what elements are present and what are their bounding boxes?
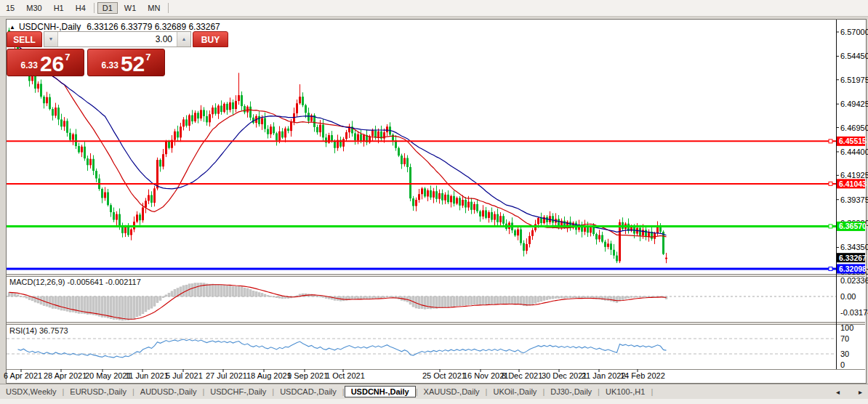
timeframe-mn[interactable]: MN [142,2,165,14]
x-axis-date-label: 28 Apr 2021 [44,371,87,380]
hline-handle[interactable] [829,225,832,228]
x-axis-date-label: 27 Jul 2021 [206,371,247,380]
x-axis-date-label: 25 Oct 2021 [422,371,466,380]
tab-scroll-arrows: ◂▸ [836,388,862,396]
timeframe-w1[interactable]: W1 [119,2,142,14]
tab-uk100[interactable]: UK100-,H1 [600,386,651,397]
chart-ohlc-values: 6.33126 6.33779 6.32689 6.33267 [87,22,220,32]
trading-app-window: 6.570006.544506.519756.494256.469506.444… [0,0,868,404]
toolbar-separator [94,3,95,13]
volume-input[interactable] [58,32,177,47]
price-badge-label: 6.36570 [839,222,867,230]
y-axis-tick-label: 6.57000 [840,28,868,36]
buy-price-box[interactable]: 6.33 52 7 [87,49,165,76]
chart-tab-bar: USDX,Weekly|EURUSD-,Daily|AUDUSD-,Daily|… [0,384,868,399]
x-axis-date-label: 9 Sep 2021 [287,371,328,380]
y-axis-tick-label: 6.54450 [840,52,868,60]
y-axis-tick-label: 6.34350 [840,243,868,251]
x-axis-date-label: 5 Jul 2021 [166,371,203,380]
chart-title: ▲USDCNH-,Daily6.33126 6.33779 6.32689 6.… [9,22,220,32]
x-axis-date-label: 11 Jun 2021 [125,371,169,380]
y-axis-tick-label: 6.49425 [840,100,868,108]
buy-price-sup: 7 [145,52,150,62]
tab-usdcad[interactable]: USDCAD-,Daily [274,386,342,397]
volume-decrease-icon[interactable]: ▼ [44,32,58,47]
x-axis-date-label: 6 Apr 2021 [4,371,42,380]
price-badge-label: 6.33267 [839,254,867,262]
sell-price-big: 26 [40,54,64,73]
macd-axis-label: 0.023365 [840,276,868,285]
toolbar-separator [168,3,169,13]
x-axis-date-label: 18 Aug 2021 [246,371,292,380]
rsi-axis-label: 70 [840,334,849,343]
x-axis-date-label: 8 Dec 2021 [502,371,542,380]
sell-price-small: 6.33 [21,60,38,70]
tab-xauusd[interactable]: XAUUSD-,Daily [418,386,486,397]
tab-scroll-right-icon[interactable]: ▸ [859,388,862,396]
buy-price-big: 52 [121,54,145,73]
timeframe-toolbar: 15M30H1H4D1W1MN [0,0,868,17]
x-axis-date-label: 1 Oct 2021 [326,371,365,380]
one-click-trade-panel: SELL ▼ ▲ BUY 6.33 26 7 6.33 52 7 [7,31,165,76]
y-axis-tick-label: 6.39375 [840,195,868,204]
sell-button[interactable]: SELL [7,31,42,47]
x-axis-date-label: 14 Feb 2022 [620,371,665,380]
y-axis-tick-label: 6.46950 [840,124,868,132]
chart-symbol-period: USDCNH-,Daily [19,22,81,32]
timeframe-h1[interactable]: H1 [49,2,69,14]
rsi-axis-label: 100 [840,323,853,332]
sell-price-box[interactable]: 6.33 26 7 [7,49,84,76]
hline-handle[interactable] [829,182,832,185]
x-axis-date-label: 21 Jan 2022 [582,371,626,380]
macd-indicator-label: MACD(12,26,9) -0.005641 -0.002117 [9,278,141,286]
price-badge-label: 6.41043 [839,179,867,188]
price-badge-label: 6.45515 [839,137,867,145]
y-axis-tick-label: 6.51975 [840,76,868,84]
hline-handle[interactable] [829,267,832,270]
tab-eurusd[interactable]: EURUSD-,Daily [64,386,132,397]
macd-axis-label: -0.031744 [840,308,868,317]
tab-separator: | [651,387,653,396]
y-axis-tick-label: 6.44400 [840,148,868,156]
volume-spinner: ▼ ▲ [44,31,191,47]
y-axis-tick-label: 6.41925 [840,171,868,179]
buy-price-small: 6.33 [102,60,118,70]
rsi-axis-label: 30 [840,350,849,358]
tab-usdx[interactable]: USDX,Weekly [0,386,62,397]
tab-ukoil[interactable]: UKOil-,Daily [487,386,542,397]
tab-usdcnh[interactable]: USDCNH-,Daily [345,386,416,397]
macd-axis-label: 0.00 [840,292,856,301]
tab-usdchf[interactable]: USDCHF-,Daily [204,386,272,397]
volume-increase-icon[interactable]: ▲ [177,32,190,47]
tab-dj30[interactable]: DJ30-,Daily [544,386,598,397]
rsi-axis-label: 0 [840,360,845,369]
timeframe-d1[interactable]: D1 [97,2,118,14]
hline-handle[interactable] [829,140,832,143]
tab-audusd[interactable]: AUDUSD-,Daily [134,386,203,397]
sell-price-sup: 7 [65,52,70,62]
timeframe-h4[interactable]: H4 [71,2,91,14]
status-bar [0,399,868,404]
price-badge-label: 6.32098 [839,264,867,273]
buy-button[interactable]: BUY [193,31,228,47]
collapse-chart-icon[interactable]: ▲ [9,24,15,31]
tab-scroll-left-icon[interactable]: ◂ [836,388,840,396]
timeframe-15[interactable]: 15 [1,2,20,14]
timeframe-m30[interactable]: M30 [21,2,47,14]
rsi-indicator-label: RSI(14) 36.7573 [9,326,68,335]
x-axis-date-label: 30 Dec 2021 [542,371,587,380]
